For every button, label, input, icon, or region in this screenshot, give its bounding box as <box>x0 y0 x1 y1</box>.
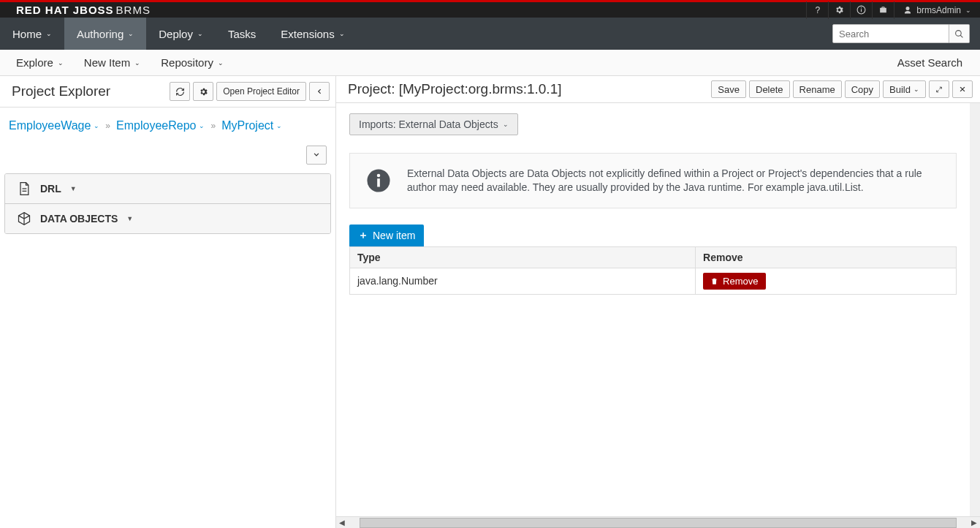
search-input[interactable] <box>832 24 949 43</box>
close-icon <box>959 86 966 93</box>
chevron-down-icon: ⌄ <box>46 30 52 37</box>
breadcrumb-repo-label: EmployeeRepo <box>116 119 196 132</box>
nav-home[interactable]: Home⌄ <box>0 18 64 50</box>
chevron-down-icon <box>313 151 320 159</box>
project-explorer-actions: Open Project Editor <box>170 82 330 101</box>
folder-drl[interactable]: DRL ▼ <box>5 174 330 203</box>
expand-editor-button[interactable] <box>929 80 949 98</box>
cell-remove: Remove <box>696 268 957 294</box>
subnav-new-item-label: New Item <box>84 56 130 69</box>
chevron-left-icon <box>316 88 323 95</box>
app-topbar: RED HAT JBOSSBRMS ? brmsAdmin ⌄ <box>0 0 980 18</box>
col-remove-header: Remove <box>696 246 957 268</box>
topbar-actions: ? brmsAdmin ⌄ <box>806 2 980 18</box>
editor-actions: Save Delete Rename Copy Build ⌄ <box>711 80 973 98</box>
table-row: java.lang.Number Remove <box>350 268 957 294</box>
chevron-down-icon: ⌄ <box>965 7 971 14</box>
editor-body: Imports: External Data Objects ⌄ Externa… <box>336 103 970 528</box>
subnav-new-item[interactable]: New Item⌄ <box>74 50 151 75</box>
save-button[interactable]: Save <box>711 80 746 98</box>
scrollbar-thumb[interactable] <box>360 518 957 528</box>
subnav-repository-label: Repository <box>161 56 213 69</box>
trash-icon <box>710 277 718 285</box>
imports-dropdown[interactable]: Imports: External Data Objects ⌄ <box>349 113 518 135</box>
breadcrumb-org[interactable]: EmployeeWage⌄ <box>9 119 99 132</box>
copy-button[interactable]: Copy <box>845 80 880 98</box>
breadcrumb-project[interactable]: MyProject⌄ <box>221 119 282 132</box>
cube-icon <box>17 211 31 226</box>
help-icon[interactable]: ? <box>806 1 828 19</box>
nav-authoring-label: Authoring <box>77 28 124 40</box>
global-search <box>832 24 970 43</box>
scroll-left-icon[interactable]: ◀ <box>336 517 348 529</box>
chevron-down-icon: ⌄ <box>94 122 99 129</box>
main-nav: Home⌄ Authoring⌄ Deploy⌄ Tasks Extension… <box>0 18 980 50</box>
remove-label: Remove <box>723 276 758 287</box>
chevron-down-icon: ⌄ <box>218 59 224 67</box>
folder-data-objects-label: DATA OBJECTS <box>40 213 118 225</box>
nav-authoring[interactable]: Authoring⌄ <box>64 18 146 50</box>
folder-data-objects[interactable]: DATA OBJECTS ▼ <box>5 203 330 233</box>
asset-search-link[interactable]: Asset Search <box>886 56 974 69</box>
imports-table: Type Remove java.lang.Number Remove <box>349 246 957 295</box>
search-icon <box>954 29 964 39</box>
svg-point-11 <box>377 174 381 178</box>
user-icon <box>903 6 912 15</box>
chevron-down-icon: ⌄ <box>503 121 509 128</box>
subnav-explore[interactable]: Explore⌄ <box>6 50 74 75</box>
scroll-right-icon[interactable]: ▶ <box>968 517 980 529</box>
nav-deploy[interactable]: Deploy⌄ <box>146 18 216 50</box>
user-name-label: brmsAdmin <box>916 5 961 15</box>
brand-primary: RED HAT JBOSS <box>16 4 114 16</box>
chevron-down-icon: ⌄ <box>913 86 919 93</box>
editor-panel: Project: [MyProject:org.brms:1.0.1] Save… <box>336 76 980 528</box>
folder-drl-label: DRL <box>40 183 61 195</box>
nav-tasks-label: Tasks <box>228 28 256 40</box>
subnav-explore-label: Explore <box>16 56 53 69</box>
gear-icon <box>199 87 208 97</box>
imports-label: Imports: External Data Objects <box>359 118 498 130</box>
remove-button[interactable]: Remove <box>703 273 765 290</box>
user-menu[interactable]: brmsAdmin ⌄ <box>894 1 980 19</box>
asset-type-list: DRL ▼ DATA OBJECTS ▼ <box>4 173 331 234</box>
breadcrumb-repo[interactable]: EmployeeRepo⌄ <box>116 119 205 132</box>
chevron-down-icon: ⌄ <box>339 30 345 37</box>
brand-logo: RED HAT JBOSSBRMS <box>16 4 151 16</box>
build-button[interactable]: Build ⌄ <box>883 80 926 98</box>
refresh-button[interactable] <box>170 82 190 101</box>
brand-secondary: BRMS <box>116 4 151 16</box>
search-button[interactable] <box>949 24 970 43</box>
new-item-button[interactable]: ＋ New item <box>349 225 424 246</box>
horizontal-scrollbar[interactable]: ◀ ▶ <box>336 516 980 528</box>
col-type-header: Type <box>350 246 696 268</box>
nav-extensions[interactable]: Extensions⌄ <box>268 18 357 50</box>
nav-tasks[interactable]: Tasks <box>216 18 268 50</box>
open-project-editor-button[interactable]: Open Project Editor <box>216 82 306 101</box>
info-icon[interactable] <box>850 1 872 19</box>
project-explorer-title: Project Explorer <box>12 83 170 99</box>
chevron-down-icon: ⌄ <box>197 30 203 37</box>
delete-button[interactable]: Delete <box>749 80 790 98</box>
info-icon <box>366 168 391 193</box>
chevron-down-icon: ⌄ <box>58 59 64 67</box>
nav-deploy-label: Deploy <box>159 28 193 40</box>
subnav-repository[interactable]: Repository⌄ <box>151 50 234 75</box>
project-explorer-header: Project Explorer Open Project Editor <box>0 76 335 108</box>
briefcase-icon[interactable] <box>872 1 894 19</box>
close-editor-button[interactable] <box>952 80 973 98</box>
svg-rect-10 <box>377 178 380 186</box>
expand-icon <box>935 86 943 94</box>
svg-point-3 <box>956 30 962 36</box>
editor-title: Project: [MyProject:org.brms:1.0.1] <box>343 81 711 97</box>
nav-extensions-label: Extensions <box>281 28 334 40</box>
file-icon <box>17 181 31 196</box>
svg-line-4 <box>960 35 962 37</box>
chevron-down-icon: ⌄ <box>134 59 140 67</box>
expand-toggle-button[interactable] <box>306 146 327 165</box>
nav-home-label: Home <box>12 28 42 40</box>
collapse-panel-button[interactable] <box>309 82 330 101</box>
rename-button[interactable]: Rename <box>793 80 842 98</box>
gear-icon[interactable] <box>828 1 850 19</box>
info-text: External Data Objects are Data Objects n… <box>407 167 940 195</box>
settings-button[interactable] <box>193 82 213 101</box>
